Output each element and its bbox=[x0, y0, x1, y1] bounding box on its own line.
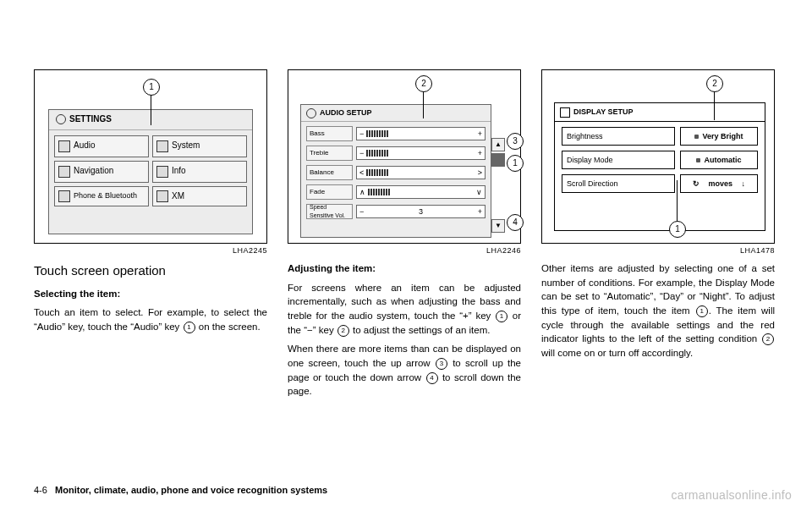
row-ssv-label[interactable]: Speed Sensitive Vol. bbox=[306, 204, 353, 219]
screen-display-setup: DISPLAY SETUP Brightness Very Bright Dis… bbox=[554, 102, 765, 231]
callout-2: 2 bbox=[706, 75, 723, 92]
row-fade-slider[interactable]: ∧∨ bbox=[356, 185, 486, 199]
subheading-adjusting: Adjusting the item: bbox=[288, 261, 521, 276]
settings-btn-xm[interactable]: XM bbox=[152, 186, 247, 207]
row-scroll-dir-value[interactable]: ↻ moves ↓ bbox=[680, 174, 758, 193]
antenna-icon bbox=[156, 190, 168, 202]
settings-btn-audio[interactable]: Audio bbox=[54, 135, 149, 157]
figure-audio-setup: AUDIO SETUP Bass−+ Treble−+ Balance<> Fa… bbox=[288, 69, 521, 244]
screen-audio-setup: AUDIO SETUP Bass−+ Treble−+ Balance<> Fa… bbox=[300, 104, 491, 238]
row-treble-label[interactable]: Treble bbox=[306, 146, 353, 161]
display-icon bbox=[560, 107, 570, 118]
subheading-selecting: Selecting the item: bbox=[34, 287, 267, 301]
row-balance-slider[interactable]: <> bbox=[356, 166, 486, 179]
row-bass-label[interactable]: Bass bbox=[306, 126, 353, 141]
ref-2: 2 bbox=[762, 333, 774, 345]
ref-1: 1 bbox=[496, 311, 508, 322]
settings-btn-info[interactable]: Info bbox=[152, 161, 247, 183]
arrow-down-icon: ↓ bbox=[742, 179, 746, 190]
figure-settings: SETTINGS Audio System Navigation Info Ph… bbox=[34, 69, 267, 244]
screen-title: DISPLAY SETUP bbox=[555, 103, 765, 122]
fig-caption-2: LHA2246 bbox=[288, 245, 521, 256]
page-footer: 4-6 Monitor, climate, audio, phone and v… bbox=[34, 485, 327, 495]
column-3: DISPLAY SETUP Brightness Very Bright Dis… bbox=[541, 69, 775, 404]
scroll-up-button[interactable]: ▲ bbox=[491, 138, 505, 151]
column-2: AUDIO SETUP Bass−+ Treble−+ Balance<> Fa… bbox=[288, 69, 521, 404]
ref-1: 1 bbox=[184, 322, 195, 333]
column-1: SETTINGS Audio System Navigation Info Ph… bbox=[34, 69, 267, 404]
figure-display-setup: DISPLAY SETUP Brightness Very Bright Dis… bbox=[541, 69, 775, 244]
ref-1: 1 bbox=[696, 305, 708, 317]
indicator-icon bbox=[696, 158, 700, 162]
row-display-mode-label[interactable]: Display Mode bbox=[562, 151, 675, 169]
callout-3: 3 bbox=[507, 133, 524, 150]
row-display-mode-value[interactable]: Automatic bbox=[680, 151, 758, 169]
section-title: Monitor, climate, audio, phone and voice… bbox=[55, 485, 327, 495]
row-ssv-slider[interactable]: −3+ bbox=[356, 205, 486, 218]
row-balance-label[interactable]: Balance bbox=[306, 165, 353, 180]
note-icon bbox=[58, 140, 70, 152]
screen-settings: SETTINGS Audio System Navigation Info Ph… bbox=[48, 109, 253, 234]
para-adjust-2: When there are more items than can be di… bbox=[288, 342, 521, 399]
row-treble-slider[interactable]: −+ bbox=[356, 146, 486, 160]
settings-btn-phone-bt[interactable]: Phone & Bluetooth bbox=[54, 186, 149, 207]
callout-2: 2 bbox=[415, 75, 432, 92]
car-icon bbox=[156, 166, 168, 178]
rotate-icon: ↻ bbox=[693, 179, 700, 190]
scroll-track bbox=[491, 153, 505, 167]
page-number: 4-6 bbox=[34, 485, 47, 495]
screen-title-text: SETTINGS bbox=[69, 113, 112, 126]
row-brightness-label[interactable]: Brightness bbox=[562, 127, 675, 146]
indicator-icon bbox=[694, 135, 699, 139]
row-bass-slider[interactable]: −+ bbox=[356, 127, 486, 140]
ref-4: 4 bbox=[426, 372, 438, 384]
fig-caption-1: LHA2245 bbox=[34, 245, 267, 256]
callout-1: 1 bbox=[507, 155, 524, 172]
fig-caption-3: LHA1478 bbox=[541, 245, 775, 256]
para-display: Other items are adjusted by selecting on… bbox=[541, 261, 775, 360]
ref-2: 2 bbox=[337, 325, 349, 337]
triangle-icon bbox=[58, 166, 70, 178]
callout-1: 1 bbox=[143, 79, 160, 96]
gear-icon bbox=[306, 108, 316, 118]
callout-4: 4 bbox=[507, 214, 524, 231]
gear-icon bbox=[56, 114, 66, 124]
row-brightness-value[interactable]: Very Bright bbox=[680, 127, 758, 146]
para-selecting: Touch an item to select. For example, to… bbox=[34, 305, 267, 333]
ref-3: 3 bbox=[436, 358, 447, 370]
screen-title: AUDIO SETUP bbox=[301, 105, 491, 122]
settings-btn-system[interactable]: System bbox=[152, 135, 247, 157]
scroll-down-button[interactable]: ▼ bbox=[491, 219, 505, 233]
watermark: carmanualsonline.info bbox=[672, 488, 793, 502]
para-adjust-1: For screens where an item can be adjuste… bbox=[288, 281, 521, 338]
monitor-icon bbox=[156, 140, 168, 152]
callout-lead bbox=[151, 95, 151, 125]
row-scroll-dir-label[interactable]: Scroll Direction bbox=[562, 174, 675, 193]
callout-1: 1 bbox=[669, 221, 686, 238]
settings-btn-navigation[interactable]: Navigation bbox=[54, 161, 149, 183]
heading-touch-screen: Touch screen operation bbox=[34, 261, 267, 280]
row-fade-label[interactable]: Fade bbox=[306, 184, 353, 200]
phone-icon bbox=[58, 190, 70, 202]
